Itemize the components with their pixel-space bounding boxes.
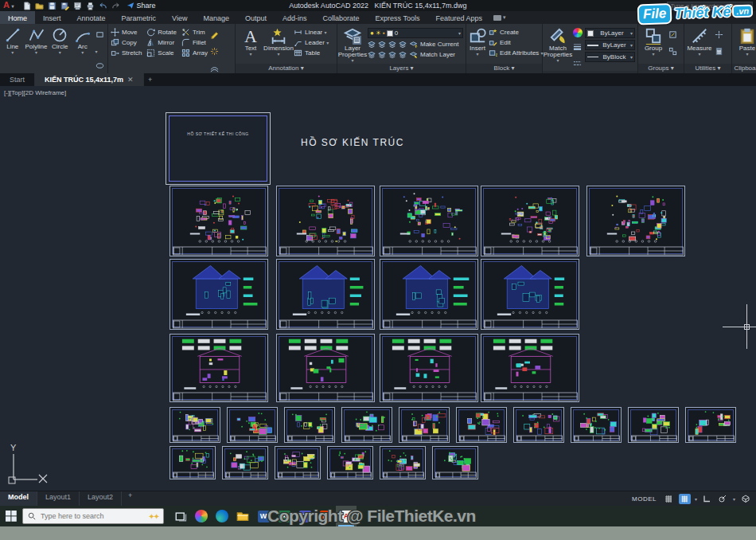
color-select[interactable]: ByLayer▾ (585, 28, 635, 38)
annotation-leader-button[interactable]: Leader ▾ (294, 38, 329, 47)
taskbar-file-explorer[interactable] (232, 506, 253, 526)
drawing-sheet-plan-2[interactable] (276, 186, 375, 256)
status-grid-toggle[interactable] (663, 494, 675, 504)
utilities-id-point-button[interactable] (715, 28, 723, 42)
layout-tab-model[interactable]: Model (0, 491, 37, 506)
layout-tab-layout2[interactable]: Layout2 (80, 491, 122, 506)
lineweight-select[interactable]: ByLayer▾ (585, 40, 635, 50)
drawing-sheet-detail-7[interactable] (513, 407, 564, 443)
cover-sheet[interactable]: HỒ SƠ THIẾT KẾ THI CÔNG (166, 112, 271, 185)
linetype-select[interactable]: ByBlock▾ (585, 52, 635, 62)
drawing-sheet-detail-1[interactable] (170, 407, 220, 443)
draw-rectangle-button[interactable]: ▾ (95, 28, 106, 57)
properties-lineweight-icon-button[interactable] (573, 40, 583, 54)
modify-fillet-button[interactable]: Fillet (181, 38, 208, 47)
share-button[interactable]: Share (127, 2, 156, 10)
file-tab-ki-n-tr-c-15-4x11-7m[interactable]: KIẾN TRÚC 15,4x11,7m✕ (35, 73, 144, 86)
properties-match-properties-button[interactable]: Match Properties▾ (545, 25, 571, 63)
clipboard-paste-button[interactable]: Paste▾ (735, 25, 756, 57)
groups-group-edit-button[interactable] (668, 28, 677, 42)
ribbon-tab-annotate[interactable]: Annotate (69, 11, 114, 24)
panel-groups-title[interactable]: Groups ▾ (638, 64, 684, 73)
taskbar-search[interactable]: ✦✦ (22, 508, 164, 524)
file-tab-start[interactable]: Start (0, 73, 35, 86)
modify-scale-button[interactable]: Scale (146, 49, 177, 57)
layers-match-layer-button[interactable]: Match Layer (368, 50, 463, 59)
panel-annotation-title[interactable]: Annotation ▾ (236, 64, 337, 73)
new-button[interactable] (22, 2, 31, 10)
ribbon-tab-collaborate[interactable]: Collaborate (315, 11, 368, 24)
status-snap-dropdown[interactable]: ▾ (695, 496, 697, 502)
layers-layer-properties-button[interactable]: Layer Properties▾ (340, 25, 365, 63)
ribbon-tab-home[interactable]: Home (0, 11, 35, 24)
drawing-sheet-section-1[interactable] (170, 334, 268, 402)
redo-button[interactable] (111, 2, 120, 10)
annotation-table-button[interactable]: Table (294, 49, 329, 57)
drawing-sheet-detail-4[interactable] (341, 407, 392, 443)
drawing-canvas[interactable]: [-][Top][2D Wireframe] HỒ SƠ THIẾT KẾ TH… (0, 86, 756, 491)
taskbar-search-input[interactable] (39, 511, 145, 521)
drawing-sheet-detail-6[interactable] (432, 446, 478, 479)
modify-erase-button[interactable] (210, 28, 219, 42)
modify-mirror-button[interactable]: Mirror (146, 38, 177, 47)
ribbon-tab-add-ins[interactable]: Add-ins (275, 11, 315, 24)
drawing-sheet-detail-5[interactable] (380, 446, 426, 479)
ribbon-tab-insert[interactable]: Insert (35, 11, 69, 24)
status-polar-toggle[interactable] (717, 494, 729, 504)
modify-copy-button[interactable]: Copy (111, 38, 142, 47)
modify-trim-button[interactable]: Trim (181, 28, 208, 37)
utilities-measure-button[interactable]: Measure▾ (687, 25, 712, 57)
viewport-controls[interactable]: [-][Top][2D Wireframe] (4, 89, 66, 96)
drawing-sheet-detail-5[interactable] (399, 407, 450, 443)
panel-utilities-title[interactable]: Utilities ▾ (684, 64, 731, 73)
ribbon-tab-view[interactable]: View (164, 11, 195, 24)
drawing-sheet-plan-3[interactable] (380, 186, 478, 256)
layer-select[interactable]: ●☀▪0▾ (368, 28, 463, 38)
drawing-sheet-detail-4[interactable] (327, 446, 373, 479)
drawing-sheet-detail-1[interactable] (170, 446, 216, 479)
new-layout-button[interactable]: + (122, 491, 138, 506)
utilities-quick-calc-button[interactable] (715, 45, 723, 59)
groups-group-button[interactable]: Group▾ (641, 25, 666, 57)
block-insert-button[interactable]: Insert▾ (469, 25, 486, 57)
status-snap-toggle[interactable] (679, 494, 691, 504)
open-button[interactable] (35, 2, 44, 10)
ribbon-tab-output[interactable]: Output (237, 11, 275, 24)
annotation-linear-button[interactable]: Linear ▾ (294, 28, 329, 37)
drawing-sheet-detail-10[interactable] (685, 407, 736, 443)
draw-circle-button[interactable]: Circle▾ (50, 25, 71, 55)
draw-ellipse-button[interactable]: ▾ (95, 59, 106, 73)
modify-rotate-button[interactable]: Rotate (146, 28, 177, 37)
panel-clipboard-title[interactable]: Clipboard ▾ (732, 64, 756, 73)
plot-button[interactable] (73, 2, 82, 10)
ribbon-tab-express-tools[interactable]: Express Tools (368, 11, 428, 24)
groups-ungroup-button[interactable] (668, 45, 677, 59)
print-button[interactable] (86, 2, 95, 10)
autocad-app-icon[interactable]: A ▾ (3, 1, 14, 10)
modify-explode-button[interactable] (210, 45, 219, 59)
drawing-sheet-elevation-2[interactable] (276, 259, 375, 330)
drawing-sheet-section-3[interactable] (380, 334, 478, 402)
ribbon-tab-featured-apps[interactable]: Featured Apps (427, 11, 490, 24)
save-button[interactable] (48, 2, 57, 10)
ribbon-tab-parametric[interactable]: Parametric (114, 11, 165, 24)
panel-block-title[interactable]: Block ▾ (466, 64, 542, 73)
drawing-sheet-plan-4[interactable] (481, 186, 579, 256)
block-edit-attributes-button[interactable]: aEdit Attributes ▾ (489, 49, 544, 57)
new-tab-button[interactable]: + (144, 73, 157, 86)
block-edit-button[interactable]: Edit (489, 38, 544, 47)
start-button[interactable] (0, 506, 22, 526)
undo-button[interactable] (99, 2, 107, 10)
layout-tab-layout1[interactable]: Layout1 (37, 491, 80, 506)
annotation-text-button[interactable]: AText▾ (238, 25, 263, 57)
status-polar-dropdown[interactable]: ▾ (733, 496, 735, 502)
drawing-sheet-detail-2[interactable] (222, 446, 268, 479)
ribbon-display-toggle[interactable]: ▾ (493, 11, 506, 24)
drawing-sheet-elevation-1[interactable] (170, 259, 268, 330)
taskbar-task-view[interactable] (170, 506, 191, 526)
taskbar-copilot[interactable] (191, 506, 212, 526)
drawing-sheet-detail-2[interactable] (227, 407, 278, 443)
color-wheel-icon[interactable] (573, 28, 583, 37)
panel-layers-title[interactable]: Layers ▾ (337, 64, 466, 73)
layers-make-current-button[interactable]: Make Current (368, 40, 463, 49)
